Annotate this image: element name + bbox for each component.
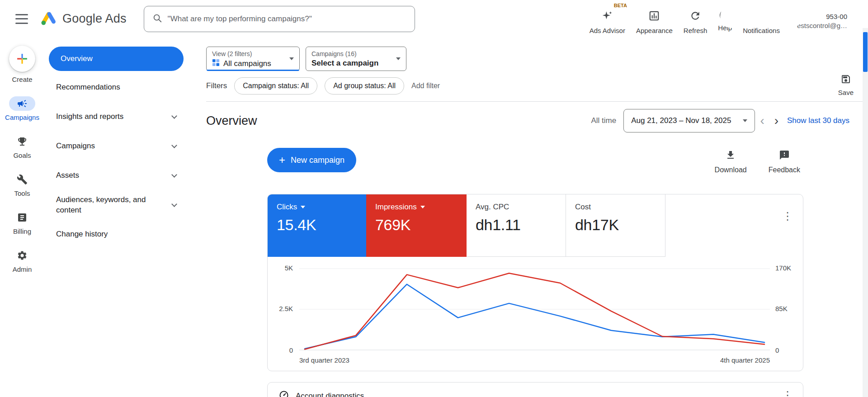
- redaction-blob: [720, 5, 802, 28]
- download-icon: [725, 150, 736, 162]
- account-info[interactable]: 953-00 estscontrol@g…: [797, 3, 847, 31]
- ads-advisor-button[interactable]: BETA Ads Advisor: [590, 3, 625, 34]
- megaphone-icon: [9, 96, 35, 111]
- tools-rail-label: Tools: [14, 189, 30, 197]
- refresh-label: Refresh: [684, 27, 708, 34]
- search-input[interactable]: [168, 14, 406, 24]
- x-axis-labels: 3rd quarter 2023 4th quarter 2025: [299, 356, 770, 364]
- rail-item-admin[interactable]: Admin: [9, 248, 35, 273]
- diagnostics-title: Account diagnostics: [296, 392, 364, 397]
- sidebar-item-audiences-keywords-content[interactable]: Audiences, keywords, and content: [44, 190, 190, 220]
- overview-chart: [299, 268, 770, 350]
- metric-caret-icon: [301, 206, 305, 208]
- diagnostics-menu-button[interactable]: ⋮: [782, 390, 793, 397]
- chevron-down-icon: [171, 142, 177, 148]
- campaign-selector-dropdown[interactable]: Campaigns (16) Select a campaign: [306, 47, 406, 71]
- account-diagnostics-card: Account diagnostics ⋮: [267, 382, 803, 397]
- campaign-selector-label: Campaigns (16): [311, 50, 390, 57]
- scrollbar-track[interactable]: [863, 28, 868, 397]
- create-label: Create: [12, 76, 32, 83]
- avg-cpc-value: dh1.11: [476, 216, 557, 234]
- download-button[interactable]: Download: [715, 150, 747, 174]
- chevron-down-icon: [171, 201, 177, 207]
- plus-icon: +: [279, 155, 285, 165]
- impressions-value: 769K: [375, 216, 458, 234]
- sidebar-item-change-history[interactable]: Change history: [44, 220, 190, 249]
- filter-chip-campaign-status[interactable]: Campaign status: All: [234, 77, 317, 95]
- diagnostics-gauge-icon: [278, 390, 289, 397]
- search-box[interactable]: [144, 6, 415, 32]
- download-label: Download: [715, 166, 747, 174]
- date-range-dropdown[interactable]: Aug 21, 2023 – Nov 18, 2025: [623, 109, 755, 132]
- filters-label: Filters: [206, 81, 227, 90]
- y-axis-right-tick: 170K: [775, 264, 802, 272]
- save-button[interactable]: Save: [838, 74, 854, 96]
- scorecard-avg-cpc[interactable]: Avg. CPC dh1.11: [467, 194, 566, 257]
- sidebar-item-insights-and-reports[interactable]: Insights and reports: [44, 102, 190, 132]
- add-filter-button[interactable]: Add filter: [411, 82, 440, 90]
- filter-chip-ad-group-status[interactable]: Ad group status: All: [325, 77, 404, 95]
- sidebar-item-overview[interactable]: Overview: [49, 47, 184, 71]
- y-axis-left-tick: 2.5K: [268, 305, 293, 312]
- performance-card: Clicks 15.4K Impressions 769K Avg. CPC d…: [267, 194, 803, 371]
- y-axis-left-tick: 5K: [268, 264, 293, 272]
- account-id: 953-00: [797, 12, 847, 21]
- scorecard-row: Clicks 15.4K Impressions 769K Avg. CPC d…: [268, 194, 803, 257]
- sparkle-icon: [601, 10, 613, 24]
- dropdown-caret-icon: [396, 57, 401, 60]
- trophy-icon: [9, 134, 35, 149]
- clicks-label: Clicks: [277, 203, 297, 212]
- impressions-label: Impressions: [375, 203, 417, 212]
- scorecard-impressions[interactable]: Impressions 769K: [366, 194, 467, 257]
- metric-caret-icon: [420, 206, 425, 208]
- grid-view-icon: [212, 59, 220, 69]
- avg-cpc-label: Avg. CPC: [476, 203, 509, 212]
- billing-rail-label: Billing: [13, 227, 31, 235]
- goals-rail-label: Goals: [13, 151, 31, 159]
- scrollbar-thumb[interactable]: [863, 32, 868, 72]
- sidebar-item-assets[interactable]: Assets: [44, 161, 190, 190]
- view-selector-label: View (2 filters): [212, 50, 283, 57]
- rail-item-billing[interactable]: Billing: [9, 210, 35, 235]
- google-ads-app: Google Ads BETA Ads Advisor Appearance: [0, 0, 868, 397]
- main-content: View (2 filters) All campaigns Campaigns…: [190, 38, 868, 397]
- card-menu-button[interactable]: ⋮: [782, 211, 793, 222]
- plus-icon: [9, 46, 35, 72]
- google-ads-logo[interactable]: Google Ads: [40, 9, 127, 29]
- campaigns-rail-label: Campaigns: [5, 113, 39, 121]
- show-last-30-days-link[interactable]: Show last 30 days: [787, 116, 849, 125]
- app-name: Google Ads: [62, 12, 127, 26]
- date-range-value: Aug 21, 2023 – Nov 18, 2025: [631, 116, 731, 125]
- dropdown-caret-icon: [289, 57, 294, 60]
- rail-item-tools[interactable]: Tools: [9, 172, 35, 197]
- view-selector-dropdown[interactable]: View (2 filters) All campaigns: [206, 47, 300, 71]
- new-campaign-button[interactable]: + New campaign: [267, 148, 356, 172]
- sidebar-item-campaigns[interactable]: Campaigns: [44, 132, 190, 161]
- create-button[interactable]: Create: [9, 46, 35, 83]
- scorecard-clicks[interactable]: Clicks 15.4K: [268, 194, 366, 257]
- rail-item-goals[interactable]: Goals: [9, 134, 35, 159]
- chevron-down-icon: [171, 172, 177, 178]
- overview-header: Overview All time Aug 21, 2023 – Nov 18,…: [206, 108, 849, 133]
- x-axis-end-label: 4th quarter 2025: [720, 356, 770, 364]
- x-axis-start-label: 3rd quarter 2023: [299, 356, 349, 364]
- feedback-button[interactable]: Feedback: [769, 150, 800, 174]
- sidebar-item-recommendations[interactable]: Recommendations: [44, 73, 190, 102]
- admin-rail-label: Admin: [13, 265, 32, 273]
- page-title: Overview: [206, 114, 257, 128]
- new-campaign-label: New campaign: [291, 156, 344, 165]
- scorecard-cost[interactable]: Cost dh17K: [566, 194, 665, 257]
- dropdown-caret-icon: [743, 119, 747, 122]
- topbar: Google Ads BETA Ads Advisor Appearance: [0, 0, 868, 38]
- rail-item-campaigns[interactable]: Campaigns: [5, 96, 39, 121]
- next-period-button[interactable]: ›: [769, 114, 783, 127]
- y-axis-right-tick: 85K: [775, 305, 802, 312]
- main-menu-button[interactable]: [15, 14, 28, 24]
- view-selector-value: All campaigns: [223, 59, 271, 68]
- google-ads-logo-icon: [40, 9, 58, 29]
- sidebar: Overview Recommendations Insights and re…: [44, 38, 190, 397]
- previous-period-button[interactable]: ‹: [755, 114, 769, 127]
- gear-icon: [9, 248, 35, 263]
- appearance-button[interactable]: Appearance: [636, 3, 673, 34]
- refresh-button[interactable]: Refresh: [684, 3, 708, 34]
